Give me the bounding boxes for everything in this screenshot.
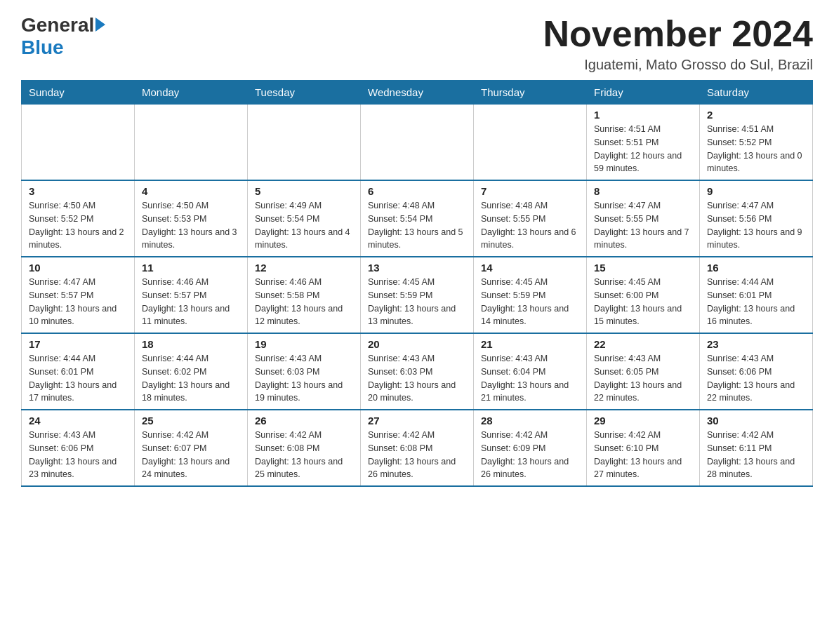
- day-info: Sunrise: 4:49 AM Sunset: 5:54 PM Dayligh…: [255, 199, 353, 252]
- day-info: Sunrise: 4:45 AM Sunset: 5:59 PM Dayligh…: [368, 276, 466, 328]
- day-number: 2: [707, 109, 805, 121]
- calendar-day-cell: 9Sunrise: 4:47 AM Sunset: 5:56 PM Daylig…: [700, 180, 813, 257]
- page-header: General Blue November 2024 Iguatemi, Mat…: [21, 14, 813, 73]
- calendar-day-cell: 19Sunrise: 4:43 AM Sunset: 6:03 PM Dayli…: [248, 333, 361, 410]
- logo: General Blue: [21, 14, 105, 59]
- day-number: 15: [594, 262, 692, 274]
- title-block: November 2024 Iguatemi, Mato Grosso do S…: [543, 14, 813, 73]
- day-number: 13: [368, 262, 466, 274]
- calendar-day-cell: 8Sunrise: 4:47 AM Sunset: 5:55 PM Daylig…: [587, 180, 700, 257]
- calendar-day-cell: 3Sunrise: 4:50 AM Sunset: 5:52 PM Daylig…: [22, 180, 135, 257]
- calendar-day-cell: [361, 105, 474, 181]
- day-number: 16: [707, 262, 805, 274]
- calendar-day-cell: 17Sunrise: 4:44 AM Sunset: 6:01 PM Dayli…: [22, 333, 135, 410]
- day-number: 4: [142, 185, 240, 197]
- calendar-day-cell: 15Sunrise: 4:45 AM Sunset: 6:00 PM Dayli…: [587, 257, 700, 333]
- day-number: 22: [594, 338, 692, 350]
- day-number: 6: [368, 185, 466, 197]
- day-info: Sunrise: 4:44 AM Sunset: 6:02 PM Dayligh…: [142, 352, 240, 405]
- day-info: Sunrise: 4:43 AM Sunset: 6:03 PM Dayligh…: [255, 352, 353, 405]
- day-number: 5: [255, 185, 353, 197]
- calendar-week-row: 24Sunrise: 4:43 AM Sunset: 6:06 PM Dayli…: [22, 410, 813, 486]
- day-info: Sunrise: 4:43 AM Sunset: 6:04 PM Dayligh…: [481, 352, 579, 405]
- day-number: 17: [29, 338, 127, 350]
- day-info: Sunrise: 4:50 AM Sunset: 5:53 PM Dayligh…: [142, 199, 240, 252]
- day-info: Sunrise: 4:42 AM Sunset: 6:08 PM Dayligh…: [255, 429, 353, 481]
- day-number: 24: [29, 415, 127, 427]
- day-info: Sunrise: 4:44 AM Sunset: 6:01 PM Dayligh…: [29, 352, 127, 405]
- day-of-week-header: Thursday: [474, 81, 587, 105]
- day-info: Sunrise: 4:43 AM Sunset: 6:03 PM Dayligh…: [368, 352, 466, 405]
- day-info: Sunrise: 4:43 AM Sunset: 6:05 PM Dayligh…: [594, 352, 692, 405]
- calendar-week-row: 3Sunrise: 4:50 AM Sunset: 5:52 PM Daylig…: [22, 180, 813, 257]
- day-info: Sunrise: 4:44 AM Sunset: 6:01 PM Dayligh…: [707, 276, 805, 328]
- day-number: 23: [707, 338, 805, 350]
- day-info: Sunrise: 4:45 AM Sunset: 5:59 PM Dayligh…: [481, 276, 579, 328]
- day-info: Sunrise: 4:42 AM Sunset: 6:09 PM Dayligh…: [481, 429, 579, 481]
- day-number: 9: [707, 185, 805, 197]
- day-info: Sunrise: 4:46 AM Sunset: 5:58 PM Dayligh…: [255, 276, 353, 328]
- day-of-week-header: Tuesday: [248, 81, 361, 105]
- calendar-day-cell: 13Sunrise: 4:45 AM Sunset: 5:59 PM Dayli…: [361, 257, 474, 333]
- calendar-day-cell: 26Sunrise: 4:42 AM Sunset: 6:08 PM Dayli…: [248, 410, 361, 486]
- day-info: Sunrise: 4:51 AM Sunset: 5:52 PM Dayligh…: [707, 123, 805, 175]
- calendar-header-row: SundayMondayTuesdayWednesdayThursdayFrid…: [22, 81, 813, 105]
- calendar-day-cell: 12Sunrise: 4:46 AM Sunset: 5:58 PM Dayli…: [248, 257, 361, 333]
- day-info: Sunrise: 4:47 AM Sunset: 5:57 PM Dayligh…: [29, 276, 127, 328]
- day-info: Sunrise: 4:45 AM Sunset: 6:00 PM Dayligh…: [594, 276, 692, 328]
- logo-triangle: [95, 18, 105, 32]
- calendar-day-cell: 10Sunrise: 4:47 AM Sunset: 5:57 PM Dayli…: [22, 257, 135, 333]
- calendar-day-cell: 6Sunrise: 4:48 AM Sunset: 5:54 PM Daylig…: [361, 180, 474, 257]
- calendar-day-cell: 16Sunrise: 4:44 AM Sunset: 6:01 PM Dayli…: [700, 257, 813, 333]
- calendar-day-cell: 1Sunrise: 4:51 AM Sunset: 5:51 PM Daylig…: [587, 105, 700, 181]
- day-info: Sunrise: 4:51 AM Sunset: 5:51 PM Dayligh…: [594, 123, 692, 175]
- day-number: 25: [142, 415, 240, 427]
- calendar-day-cell: 30Sunrise: 4:42 AM Sunset: 6:11 PM Dayli…: [700, 410, 813, 486]
- day-number: 21: [481, 338, 579, 350]
- day-info: Sunrise: 4:46 AM Sunset: 5:57 PM Dayligh…: [142, 276, 240, 328]
- calendar-day-cell: 20Sunrise: 4:43 AM Sunset: 6:03 PM Dayli…: [361, 333, 474, 410]
- calendar-day-cell: 4Sunrise: 4:50 AM Sunset: 5:53 PM Daylig…: [135, 180, 248, 257]
- day-number: 29: [594, 415, 692, 427]
- calendar-day-cell: 5Sunrise: 4:49 AM Sunset: 5:54 PM Daylig…: [248, 180, 361, 257]
- day-number: 12: [255, 262, 353, 274]
- calendar-day-cell: 14Sunrise: 4:45 AM Sunset: 5:59 PM Dayli…: [474, 257, 587, 333]
- day-info: Sunrise: 4:42 AM Sunset: 6:11 PM Dayligh…: [707, 429, 805, 481]
- month-year-title: November 2024: [543, 14, 813, 54]
- location-subtitle: Iguatemi, Mato Grosso do Sul, Brazil: [543, 57, 813, 73]
- day-number: 8: [594, 185, 692, 197]
- day-number: 20: [368, 338, 466, 350]
- calendar-day-cell: 22Sunrise: 4:43 AM Sunset: 6:05 PM Dayli…: [587, 333, 700, 410]
- day-number: 18: [142, 338, 240, 350]
- day-info: Sunrise: 4:42 AM Sunset: 6:10 PM Dayligh…: [594, 429, 692, 481]
- calendar-day-cell: 11Sunrise: 4:46 AM Sunset: 5:57 PM Dayli…: [135, 257, 248, 333]
- calendar-day-cell: 28Sunrise: 4:42 AM Sunset: 6:09 PM Dayli…: [474, 410, 587, 486]
- day-number: 3: [29, 185, 127, 197]
- calendar-day-cell: 27Sunrise: 4:42 AM Sunset: 6:08 PM Dayli…: [361, 410, 474, 486]
- day-number: 27: [368, 415, 466, 427]
- calendar-day-cell: [248, 105, 361, 181]
- day-info: Sunrise: 4:42 AM Sunset: 6:08 PM Dayligh…: [368, 429, 466, 481]
- day-info: Sunrise: 4:43 AM Sunset: 6:06 PM Dayligh…: [29, 429, 127, 481]
- day-number: 14: [481, 262, 579, 274]
- calendar-week-row: 10Sunrise: 4:47 AM Sunset: 5:57 PM Dayli…: [22, 257, 813, 333]
- day-info: Sunrise: 4:42 AM Sunset: 6:07 PM Dayligh…: [142, 429, 240, 481]
- calendar-day-cell: 21Sunrise: 4:43 AM Sunset: 6:04 PM Dayli…: [474, 333, 587, 410]
- day-number: 30: [707, 415, 805, 427]
- calendar-day-cell: 24Sunrise: 4:43 AM Sunset: 6:06 PM Dayli…: [22, 410, 135, 486]
- calendar-table: SundayMondayTuesdayWednesdayThursdayFrid…: [21, 80, 813, 487]
- day-info: Sunrise: 4:48 AM Sunset: 5:54 PM Dayligh…: [368, 199, 466, 252]
- day-of-week-header: Friday: [587, 81, 700, 105]
- day-info: Sunrise: 4:43 AM Sunset: 6:06 PM Dayligh…: [707, 352, 805, 405]
- calendar-day-cell: 2Sunrise: 4:51 AM Sunset: 5:52 PM Daylig…: [700, 105, 813, 181]
- logo-general-text: General: [21, 14, 94, 36]
- calendar-week-row: 1Sunrise: 4:51 AM Sunset: 5:51 PM Daylig…: [22, 105, 813, 181]
- day-number: 28: [481, 415, 579, 427]
- day-number: 19: [255, 338, 353, 350]
- day-number: 10: [29, 262, 127, 274]
- day-info: Sunrise: 4:50 AM Sunset: 5:52 PM Dayligh…: [29, 199, 127, 252]
- day-of-week-header: Monday: [135, 81, 248, 105]
- day-number: 7: [481, 185, 579, 197]
- calendar-day-cell: 25Sunrise: 4:42 AM Sunset: 6:07 PM Dayli…: [135, 410, 248, 486]
- calendar-day-cell: 18Sunrise: 4:44 AM Sunset: 6:02 PM Dayli…: [135, 333, 248, 410]
